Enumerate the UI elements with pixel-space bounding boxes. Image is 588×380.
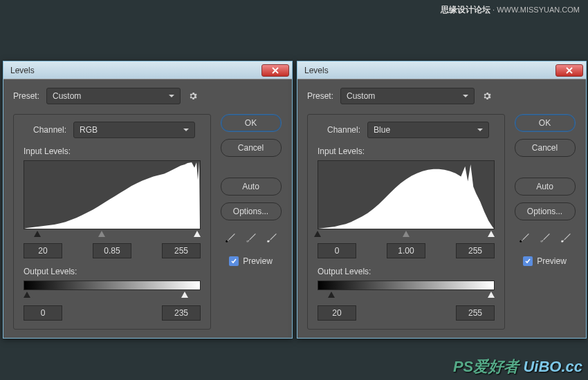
output-black-field[interactable]: 0 (24, 305, 62, 321)
ok-button[interactable]: OK (515, 114, 576, 132)
output-levels-label: Output Levels: (318, 267, 495, 276)
output-black-slider[interactable] (328, 292, 335, 298)
svg-point-1 (246, 240, 248, 243)
eyedropper-black-icon[interactable] (517, 230, 532, 245)
options-button[interactable]: Options... (221, 202, 282, 220)
watermark-bottom: PS爱好者 UiBO.cc (453, 357, 582, 377)
gamma-slider[interactable] (98, 231, 105, 237)
dialog-title: Levels (304, 66, 555, 75)
input-white-field[interactable]: 255 (162, 243, 201, 258)
levels-dialog: Levels Preset: Custom Channel: RGB Input… (3, 61, 293, 339)
input-gamma-field[interactable]: 1.00 (387, 243, 425, 258)
preview-checkbox[interactable] (523, 256, 533, 266)
svg-point-4 (540, 240, 542, 243)
close-button[interactable] (261, 64, 289, 77)
titlebar[interactable]: Levels (3, 61, 292, 79)
svg-point-3 (520, 240, 522, 243)
eyedropper-white-icon[interactable] (264, 230, 279, 245)
preset-label: Preset: (307, 91, 333, 101)
output-gradient (318, 281, 495, 290)
cancel-button[interactable]: Cancel (515, 139, 576, 157)
preset-label: Preset: (13, 91, 39, 101)
eyedropper-white-icon[interactable] (558, 230, 573, 245)
dialog-title: Levels (10, 66, 261, 75)
input-levels-label: Input Levels: (318, 146, 495, 156)
preview-checkbox[interactable] (229, 256, 239, 266)
options-button[interactable]: Options... (515, 202, 576, 220)
levels-dialog: Levels Preset: Custom Channel: Blue Inpu… (297, 61, 587, 339)
auto-button[interactable]: Auto (515, 178, 576, 196)
output-white-field[interactable]: 235 (162, 305, 201, 321)
gamma-slider[interactable] (403, 231, 410, 237)
eyedropper-gray-icon[interactable] (538, 230, 553, 245)
preset-options-icon[interactable] (187, 91, 199, 102)
black-point-slider[interactable] (314, 231, 321, 237)
input-black-field[interactable]: 20 (24, 243, 62, 258)
preview-label: Preview (243, 256, 273, 266)
channel-dropdown[interactable]: Blue (367, 122, 489, 138)
close-button[interactable] (555, 64, 583, 77)
output-white-field[interactable]: 255 (456, 305, 495, 321)
preset-dropdown[interactable]: Custom (46, 88, 181, 104)
cancel-button[interactable]: Cancel (221, 139, 282, 157)
preview-label: Preview (537, 256, 567, 266)
channel-label: Channel: (33, 125, 66, 135)
white-point-slider[interactable] (194, 231, 201, 237)
titlebar[interactable]: Levels (297, 61, 586, 79)
output-black-slider[interactable] (24, 292, 30, 298)
channel-label: Channel: (327, 125, 360, 135)
close-icon (566, 67, 573, 74)
output-gradient (24, 281, 201, 290)
input-levels-label: Input Levels: (24, 146, 201, 156)
black-point-slider[interactable] (34, 231, 41, 237)
white-point-slider[interactable] (488, 231, 495, 237)
histogram[interactable] (24, 160, 201, 229)
input-black-field[interactable]: 0 (318, 243, 356, 258)
input-white-field[interactable]: 255 (456, 243, 495, 258)
output-levels-label: Output Levels: (24, 267, 201, 276)
output-slider[interactable] (24, 293, 201, 301)
input-gamma-field[interactable]: 0.85 (93, 243, 131, 258)
output-white-slider[interactable] (488, 292, 495, 298)
levels-panel: Channel: RGB Input Levels: 20 0.85 255 (13, 114, 211, 330)
channel-dropdown[interactable]: RGB (73, 122, 195, 138)
auto-button[interactable]: Auto (221, 178, 282, 196)
input-slider[interactable] (318, 232, 495, 239)
levels-panel: Channel: Blue Input Levels: 0 1.00 255 (307, 114, 505, 330)
eyedropper-gray-icon[interactable] (244, 230, 259, 245)
watermark-top: 思缘设计论坛 · WWW.MISSYUAN.COM (441, 4, 580, 16)
svg-point-0 (226, 240, 228, 243)
svg-point-2 (267, 240, 269, 243)
output-black-field[interactable]: 20 (318, 305, 356, 321)
preset-options-icon[interactable] (481, 91, 493, 102)
output-white-slider[interactable] (181, 292, 188, 298)
histogram[interactable] (318, 160, 495, 229)
svg-point-5 (561, 240, 563, 243)
close-icon (272, 67, 279, 74)
eyedropper-black-icon[interactable] (223, 230, 238, 245)
input-slider[interactable] (24, 232, 201, 239)
preset-dropdown[interactable]: Custom (340, 88, 475, 104)
ok-button[interactable]: OK (221, 114, 282, 132)
output-slider[interactable] (318, 293, 495, 301)
